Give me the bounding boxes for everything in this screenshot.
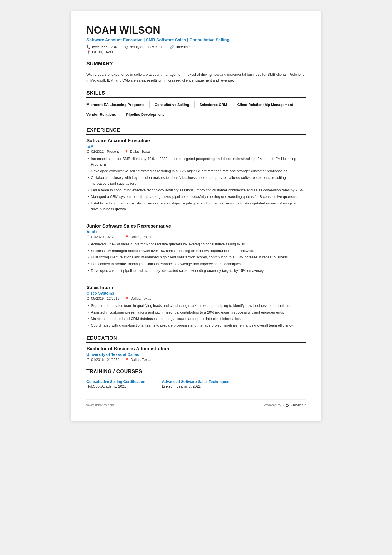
bullet-item: Increased sales for SMB clients by 40% i… xyxy=(86,156,306,168)
phone-value: (555) 555-1234 xyxy=(92,45,117,49)
bullet-item: Established and maintained strong vendor… xyxy=(86,201,306,212)
job-bullets: Supported the sales team in qualifying l… xyxy=(86,303,306,329)
training-name: Advanced Software Sales Techniques xyxy=(162,379,229,384)
job-entry: Sales InternCisco Systems 🗓 05/2019 - 12… xyxy=(86,285,306,329)
bullet-item: Built strong client relations and mainta… xyxy=(86,255,306,260)
job-meta: 🗓 05/2019 - 12/2019 📍 Dallas, Texas xyxy=(86,297,306,301)
training-org: LinkedIn Learning, 2022 xyxy=(162,384,229,388)
footer-website: www.enhancv.com xyxy=(86,403,114,407)
bullet-item: Developed consultative selling strategie… xyxy=(86,168,306,174)
job-entry: Junior Software Sales RepresentativeAdob… xyxy=(86,223,306,280)
powered-by-label: Powered by xyxy=(263,403,281,407)
job-meta: 🗓 02/2022 - Present 📍 Dallas, Texas xyxy=(86,150,306,154)
summary-section: SUMMARY With 2 years of experience in so… xyxy=(86,61,306,83)
job-date-value: 01/2020 - 02/2022 xyxy=(91,235,119,239)
linkedin-contact: 🔗 linkedin.com xyxy=(170,45,195,49)
training-item: Advanced Software Sales Techniques Linke… xyxy=(162,379,229,388)
phone-contact: 📞 (555) 555-1234 xyxy=(86,45,117,49)
edu-meta: 🗓 01/2016 - 01/2020 📍 Dallas, Texas xyxy=(86,358,306,362)
location-icon: 📍 xyxy=(86,50,91,54)
education-section: EDUCATION Bachelor of Business Administr… xyxy=(86,335,306,362)
training-grid: Consultative Selling Certification HubSp… xyxy=(86,379,306,388)
job-date-value: 02/2022 - Present xyxy=(91,150,119,154)
training-title: TRAINING / COURSES xyxy=(86,369,306,376)
edu-date: 🗓 01/2016 - 01/2020 xyxy=(86,358,119,362)
training-org: HubSpot Academy, 2021 xyxy=(86,384,145,388)
company-name: IBM xyxy=(86,144,306,149)
enhancv-brand: Enhancv xyxy=(291,403,306,407)
location-contact: 📍 Dallas, Texas xyxy=(86,50,113,54)
job-date: 🗓 02/2022 - Present xyxy=(86,150,119,154)
calendar-icon: 🗓 xyxy=(86,235,90,239)
location-pin-icon: 📍 xyxy=(124,150,129,154)
job-date: 🗓 01/2020 - 02/2022 xyxy=(86,235,119,239)
linkedin-icon: 🔗 xyxy=(170,45,174,49)
skill-item: Vendor Relations xyxy=(86,111,121,118)
linkedin-value: linkedin.com xyxy=(175,45,195,49)
contact-row-1: 📞 (555) 555-1234 @ help@enhancv.com 🔗 li… xyxy=(86,45,306,49)
phone-icon: 📞 xyxy=(86,45,91,49)
edu-degree: Bachelor of Business Administration xyxy=(86,346,306,352)
email-value: help@enhancv.com xyxy=(130,45,162,49)
bullet-item: Developed a robust pipeline and accurate… xyxy=(86,268,306,274)
bullet-item: Assisted in customer presentations and p… xyxy=(86,310,306,315)
education-title: EDUCATION xyxy=(86,335,306,343)
experience-section: EXPERIENCE Software Account ExecutiveIBM… xyxy=(86,127,306,329)
edu-date-value: 01/2016 - 01/2020 xyxy=(91,358,119,362)
job-location-value: Dallas, Texas xyxy=(130,150,150,154)
job-location: 📍 Dallas, Texas xyxy=(125,297,151,301)
skill-item: Consultative Selling xyxy=(155,101,194,108)
training-section: TRAINING / COURSES Consultative Selling … xyxy=(86,369,306,388)
training-name: Consultative Selling Certification xyxy=(86,379,145,384)
summary-text: With 2 years of experience in software a… xyxy=(86,72,306,83)
bullet-item: Managed a CRM system to maintain an orga… xyxy=(86,194,306,200)
skills-grid: Microsoft EA Licensing ProgramsConsultat… xyxy=(86,101,306,120)
skill-item: Pipeline Development xyxy=(126,111,169,118)
job-entry: Software Account ExecutiveIBM 🗓 02/2022 … xyxy=(86,138,306,218)
job-meta: 🗓 01/2020 - 02/2022 📍 Dallas, Texas xyxy=(86,235,306,239)
bullet-item: Led a team in conducting effective techn… xyxy=(86,188,306,193)
job-location: 📍 Dallas, Texas xyxy=(125,235,151,239)
calendar-icon: 🗓 xyxy=(86,297,90,300)
experience-title: EXPERIENCE xyxy=(86,127,306,135)
powered-by: Powered by Enhancv xyxy=(263,403,306,408)
summary-title: SUMMARY xyxy=(86,61,306,68)
enhancv-logo: Enhancv xyxy=(283,403,306,408)
contact-row-2: 📍 Dallas, Texas xyxy=(86,50,306,54)
skill-item: Microsoft EA Licensing Programs xyxy=(86,101,150,108)
job-title: Junior Software Sales Representative xyxy=(86,223,306,229)
company-name: Cisco Systems xyxy=(86,291,306,295)
resume-footer: www.enhancv.com Powered by Enhancv xyxy=(86,399,306,408)
bullet-item: Coordinated with cross-functional teams … xyxy=(86,323,306,329)
job-location-value: Dallas, Texas xyxy=(130,297,151,300)
skill-item: Salesforce CRM xyxy=(200,101,232,108)
skills-title: SKILLS xyxy=(86,90,306,98)
calendar-icon: 🗓 xyxy=(86,150,90,154)
enhancv-logo-svg xyxy=(283,403,289,408)
email-icon: @ xyxy=(125,45,128,49)
bullet-item: Supported the sales team in qualifying l… xyxy=(86,303,306,309)
job-title: Software Account Executive xyxy=(86,138,306,144)
job-title: Sales Intern xyxy=(86,285,306,290)
company-name: Adobe xyxy=(86,230,306,234)
location-pin-icon: 📍 xyxy=(125,235,129,239)
edu-location-icon: 📍 xyxy=(125,358,129,362)
bullet-item: Achieved 120% of sales quota for 6 conse… xyxy=(86,241,306,247)
job-location: 📍 Dallas, Texas xyxy=(124,150,150,154)
job-date-value: 05/2019 - 12/2019 xyxy=(91,297,119,300)
bullet-item: Participated in product training session… xyxy=(86,261,306,267)
resume-container: NOAH WILSON Software Account Executive |… xyxy=(71,11,321,421)
location-value: Dallas, Texas xyxy=(92,50,113,54)
email-contact: @ help@enhancv.com xyxy=(125,45,162,49)
candidate-title: Software Account Executive | SMB Softwar… xyxy=(86,37,306,42)
edu-location: 📍 Dallas, Texas xyxy=(125,358,151,362)
bullet-item: Successfully managed accounts with over … xyxy=(86,248,306,254)
edu-school: University of Texas at Dallas xyxy=(86,352,306,357)
job-date: 🗓 05/2019 - 12/2019 xyxy=(86,297,119,300)
resume-header: NOAH WILSON Software Account Executive |… xyxy=(86,24,306,54)
job-bullets: Achieved 120% of sales quota for 6 conse… xyxy=(86,241,306,274)
bullet-item: Maintained and updated CRM databases, en… xyxy=(86,316,306,322)
skills-section: SKILLS Microsoft EA Licensing ProgramsCo… xyxy=(86,90,306,120)
candidate-name: NOAH WILSON xyxy=(86,24,306,36)
job-location-value: Dallas, Texas xyxy=(130,235,151,239)
